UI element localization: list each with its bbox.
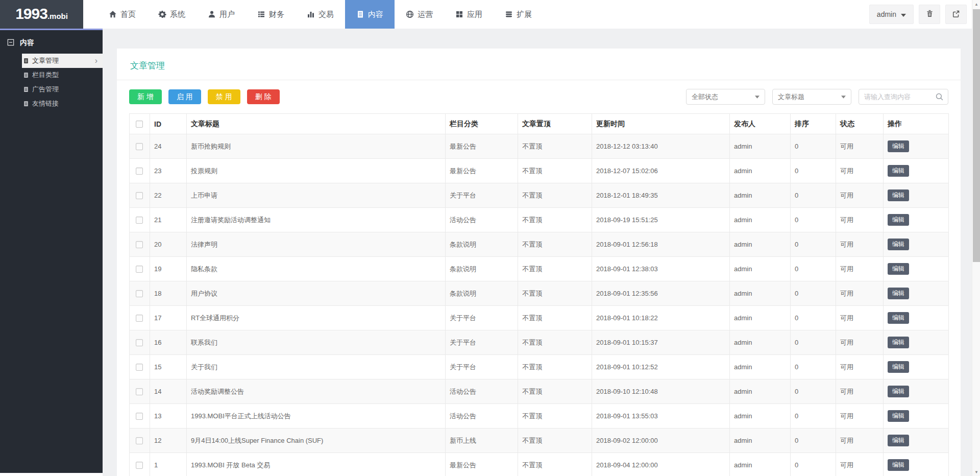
- edit-button[interactable]: 编辑: [888, 288, 909, 299]
- nav-item-财务[interactable]: 财务: [246, 0, 296, 29]
- main-area: 文章管理 新 增 启 用 禁 用 删 除 全部状态 文章标题: [103, 29, 972, 476]
- cell-title: 9月4日14:00上线Super Finance Chain (SUF): [187, 429, 446, 453]
- cell-category: 关于平台: [446, 330, 518, 355]
- edit-button[interactable]: 编辑: [888, 386, 909, 397]
- row-checkbox[interactable]: [136, 437, 143, 444]
- table-row: 1 1993.MOBI 开放 Beta 交易 最新公告 不置顶 2018-09-…: [130, 453, 949, 476]
- filters: 全部状态 文章标题: [686, 89, 948, 105]
- scroll-down-arrow[interactable]: ▼: [972, 468, 980, 476]
- row-checkbox[interactable]: [136, 315, 143, 322]
- logout-button[interactable]: [945, 5, 967, 24]
- cell-updated: 2018-12-12 03:13:40: [592, 134, 730, 159]
- cell-id: 20: [150, 232, 187, 257]
- row-checkbox[interactable]: [136, 339, 143, 346]
- cell-id: 15: [150, 355, 187, 379]
- table-row: 14 活动奖励调整公告 活动公告 不置顶 2018-09-10 12:10:48…: [130, 379, 949, 404]
- brand-logo[interactable]: 1993.mobi: [0, 0, 83, 29]
- nav-item-交易[interactable]: 交易: [296, 0, 345, 29]
- row-checkbox[interactable]: [136, 143, 143, 150]
- cell-updated: 2018-09-01 10:12:52: [592, 355, 730, 379]
- cell-publisher: admin: [730, 281, 791, 306]
- table-row: 19 隐私条款 条款说明 不置顶 2018-09-01 12:38:03 adm…: [130, 257, 949, 281]
- row-checkbox[interactable]: [136, 192, 143, 199]
- cell-publisher: admin: [730, 183, 791, 208]
- row-checkbox[interactable]: [136, 217, 143, 224]
- scroll-up-arrow[interactable]: ▲: [972, 0, 980, 8]
- cell-status: 可用: [836, 159, 884, 183]
- table-row: 13 1993.MOBI平台正式上线活动公告 活动公告 不置顶 2018-09-…: [130, 404, 949, 429]
- nav-item-用户[interactable]: 用户: [197, 0, 246, 29]
- table-row: 22 上币申请 关于平台 不置顶 2018-12-01 18:49:35 adm…: [130, 183, 949, 208]
- action-button-启用[interactable]: 启 用: [168, 89, 201, 104]
- row-checkbox[interactable]: [136, 266, 143, 273]
- scrollbar-thumb[interactable]: [973, 9, 980, 262]
- cell-publisher: admin: [730, 429, 791, 453]
- row-checkbox[interactable]: [136, 168, 143, 175]
- cell-status: 可用: [836, 257, 884, 281]
- nav-label: 首页: [120, 10, 136, 19]
- vertical-scrollbar[interactable]: ▲ ▼: [972, 0, 980, 476]
- action-button-禁用[interactable]: 禁 用: [208, 89, 240, 104]
- edit-button[interactable]: 编辑: [888, 165, 909, 177]
- row-checkbox[interactable]: [136, 364, 143, 371]
- cell-pinned: 不置顶: [518, 208, 592, 232]
- cell-sort: 0: [791, 208, 836, 232]
- field-select[interactable]: 文章标题: [772, 89, 851, 105]
- action-button-新增[interactable]: 新 增: [129, 89, 162, 104]
- status-select[interactable]: 全部状态: [686, 89, 765, 105]
- cell-category: 关于平台: [446, 306, 518, 330]
- cell-pinned: 不置顶: [518, 232, 592, 257]
- column-header-状态: 状态: [836, 114, 884, 134]
- select-all-checkbox[interactable]: [136, 121, 143, 128]
- nav-item-应用[interactable]: 应用: [444, 0, 494, 29]
- cell-title: 上币申请: [187, 183, 446, 208]
- edit-button[interactable]: 编辑: [888, 410, 909, 422]
- edit-button[interactable]: 编辑: [888, 459, 909, 471]
- sidebar-item-栏目类型[interactable]: 栏目类型 ›: [22, 68, 103, 82]
- edit-button[interactable]: 编辑: [888, 214, 909, 226]
- sidebar-section-content[interactable]: 内容: [0, 30, 103, 54]
- cell-category: 活动公告: [446, 208, 518, 232]
- field-select-value: 文章标题: [778, 92, 804, 102]
- edit-button[interactable]: 编辑: [888, 361, 909, 373]
- cell-updated: 2018-09-19 15:51:25: [592, 208, 730, 232]
- cell-pinned: 不置顶: [518, 134, 592, 159]
- user-menu-button[interactable]: admin: [869, 5, 914, 24]
- nav-item-运营[interactable]: 运营: [395, 0, 444, 29]
- edit-button[interactable]: 编辑: [888, 312, 909, 324]
- cell-category: 新币上线: [446, 429, 518, 453]
- action-button-删除[interactable]: 删 除: [247, 89, 280, 104]
- cell-publisher: admin: [730, 134, 791, 159]
- edit-button[interactable]: 编辑: [888, 263, 909, 275]
- cell-id: 22: [150, 183, 187, 208]
- edit-button[interactable]: 编辑: [888, 435, 909, 446]
- table-row: 24 新币抢购规则 最新公告 不置顶 2018-12-12 03:13:40 a…: [130, 134, 949, 159]
- trash-button[interactable]: [919, 5, 940, 24]
- edit-button[interactable]: 编辑: [888, 337, 909, 348]
- search-icon[interactable]: [935, 92, 944, 103]
- cell-title: 用户协议: [187, 281, 446, 306]
- nav-label: 交易: [318, 10, 334, 19]
- row-checkbox[interactable]: [136, 241, 143, 248]
- sidebar-item-文章管理[interactable]: 文章管理 ›: [22, 54, 103, 68]
- row-checkbox[interactable]: [136, 462, 143, 469]
- sidebar-item-友情链接[interactable]: 友情链接 ›: [22, 97, 103, 111]
- nav-item-扩展[interactable]: 扩展: [494, 0, 543, 29]
- nav-item-内容[interactable]: 内容: [345, 0, 395, 29]
- nav-label: 内容: [368, 10, 383, 19]
- nav-item-系统[interactable]: 系统: [147, 0, 197, 29]
- edit-button[interactable]: 编辑: [888, 189, 909, 201]
- sidebar-item-广告管理[interactable]: 广告管理 ›: [22, 82, 103, 97]
- user-icon: [208, 10, 216, 18]
- nav-item-首页[interactable]: 首页: [97, 0, 147, 29]
- cell-publisher: admin: [730, 232, 791, 257]
- table-row: 23 投票规则 最新公告 不置顶 2018-12-07 15:02:06 adm…: [130, 159, 949, 183]
- cell-updated: 2018-09-01 13:55:03: [592, 404, 730, 429]
- row-checkbox[interactable]: [136, 413, 143, 420]
- edit-button[interactable]: 编辑: [888, 140, 909, 152]
- cell-id: 18: [150, 281, 187, 306]
- row-checkbox[interactable]: [136, 388, 143, 395]
- row-checkbox[interactable]: [136, 290, 143, 297]
- cell-updated: 2018-09-01 12:56:18: [592, 232, 730, 257]
- edit-button[interactable]: 编辑: [888, 239, 909, 250]
